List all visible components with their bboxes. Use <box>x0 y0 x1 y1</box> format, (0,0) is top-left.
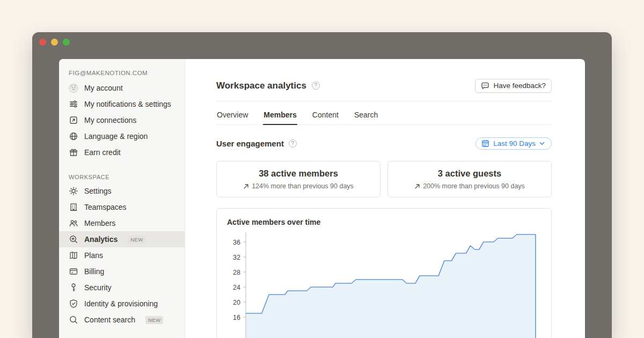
sidebar-item-plans[interactable]: Plans <box>59 247 185 263</box>
sidebar-item-my-notifications-settings[interactable]: My notifications & settings <box>59 96 185 112</box>
sidebar-item-earn-credit[interactable]: Earn credit <box>59 144 185 160</box>
sidebar-item-label: Settings <box>84 186 112 196</box>
sidebar-item-members[interactable]: Members <box>59 215 185 231</box>
chevron-down-icon <box>539 142 545 145</box>
analytics-main: Workspace analytics ? Have feedback? Ove… <box>185 59 585 338</box>
speech-bubble-icon <box>481 82 489 90</box>
active-members-chart-card: Active members over time 162024283236 <box>216 208 552 338</box>
arrow-up-right-icon <box>414 183 420 189</box>
stat-delta-label: 124% more than previous 90 days <box>252 182 354 190</box>
globe-icon <box>69 131 78 141</box>
active-guests-stat-card: 3 active guests 200% more than previous … <box>387 161 552 197</box>
stat-delta-label: 200% more than previous 90 days <box>423 182 525 190</box>
sidebar-item-label: My notifications & settings <box>84 99 171 109</box>
tab-content[interactable]: Content <box>312 106 339 124</box>
sidebar-item-settings[interactable]: Settings <box>59 183 185 199</box>
have-feedback-button[interactable]: Have feedback? <box>475 79 552 93</box>
sidebar-item-label: Billing <box>84 267 104 277</box>
sidebar-item-label: Members <box>84 218 115 229</box>
gift-icon <box>69 148 78 157</box>
svg-text:16: 16 <box>233 314 240 321</box>
sidebar-item-label: Earn credit <box>84 148 121 158</box>
sidebar-item-label: My connections <box>84 115 136 126</box>
svg-text:20: 20 <box>233 299 240 306</box>
sidebar-item-my-connections[interactable]: My connections <box>59 112 185 128</box>
chart-y-ticks: 162024283236 <box>233 239 246 321</box>
people-icon <box>69 218 78 228</box>
workspace-section-label: WORKSPACE <box>59 171 185 183</box>
sliders-icon <box>69 99 78 109</box>
zoom-in-icon <box>69 234 78 244</box>
date-range-button[interactable]: Last 90 Days <box>475 137 552 150</box>
avatar <box>69 83 78 93</box>
credit-card-icon <box>69 267 78 276</box>
key-icon <box>69 283 78 292</box>
svg-text:24: 24 <box>233 284 240 291</box>
arrow-up-right-icon <box>243 183 249 189</box>
gear-icon <box>69 186 78 196</box>
building-icon <box>69 202 78 212</box>
search-icon <box>69 315 78 325</box>
stat-value: 3 active guests <box>392 168 547 179</box>
sidebar-item-billing[interactable]: Billing <box>59 263 185 280</box>
page-title: Workspace analytics <box>216 80 306 91</box>
header-divider <box>216 101 552 101</box>
sidebar-item-language-region[interactable]: Language & region <box>59 128 185 144</box>
sidebar-item-label: Identity & provisioning <box>84 299 158 309</box>
zoom-window-button[interactable] <box>63 39 70 46</box>
sidebar-item-label: Content search <box>84 315 135 325</box>
help-icon[interactable]: ? <box>312 82 320 90</box>
date-range-label: Last 90 Days <box>493 139 536 148</box>
account-email-label: FIG@MAKENOTION.COM <box>59 67 185 80</box>
shield-check-icon <box>69 299 78 308</box>
tab-search[interactable]: Search <box>354 106 378 124</box>
tab-members[interactable]: Members <box>263 106 297 125</box>
settings-window: FIG@MAKENOTION.COM My account My notific… <box>32 32 612 338</box>
svg-text:32: 32 <box>233 254 240 261</box>
sidebar-item-label: Plans <box>84 251 103 261</box>
settings-panel: FIG@MAKENOTION.COM My account My notific… <box>59 59 585 338</box>
sidebar-item-label: My account <box>84 83 123 93</box>
sidebar-item-content-search[interactable]: Content search NEW <box>59 312 185 328</box>
sidebar-item-my-account[interactable]: My account <box>59 80 185 96</box>
calendar-icon <box>481 139 489 148</box>
svg-text:36: 36 <box>233 239 240 246</box>
window-controls <box>39 39 70 46</box>
sidebar-item-teamspaces[interactable]: Teamspaces <box>59 199 185 215</box>
new-badge: NEW <box>128 236 145 244</box>
sidebar-item-label: Security <box>84 283 112 293</box>
tab-overview[interactable]: Overview <box>216 106 248 124</box>
sidebar-item-label: Language & region <box>84 131 148 142</box>
map-icon <box>69 251 78 260</box>
sidebar-item-label: Analytics <box>84 234 118 245</box>
new-badge: NEW <box>145 316 163 324</box>
arrow-up-right-box-icon <box>69 115 78 125</box>
sidebar-item-security[interactable]: Security <box>59 280 185 296</box>
chart-area-fill <box>246 234 536 338</box>
members-over-time-chart: 162024283236 <box>227 232 551 338</box>
active-members-stat-card: 38 active members 124% more than previou… <box>216 161 380 197</box>
user-engagement-title: User engagement <box>216 139 284 148</box>
sidebar-item-analytics[interactable]: Analytics NEW <box>59 231 185 247</box>
chart-title: Active members over time <box>227 218 551 226</box>
settings-sidebar: FIG@MAKENOTION.COM My account My notific… <box>59 59 185 338</box>
stat-value: 38 active members <box>221 168 376 179</box>
help-icon[interactable]: ? <box>289 139 297 148</box>
minimize-window-button[interactable] <box>51 39 58 46</box>
analytics-tabs: Overview Members Content Search <box>216 106 552 125</box>
members-chart-svg: 162024283236 <box>227 232 541 338</box>
have-feedback-label: Have feedback? <box>493 82 546 90</box>
sidebar-item-identity-provisioning[interactable]: Identity & provisioning <box>59 296 185 312</box>
close-window-button[interactable] <box>39 39 46 46</box>
svg-text:28: 28 <box>233 269 240 276</box>
sidebar-item-label: Teamspaces <box>84 202 127 212</box>
